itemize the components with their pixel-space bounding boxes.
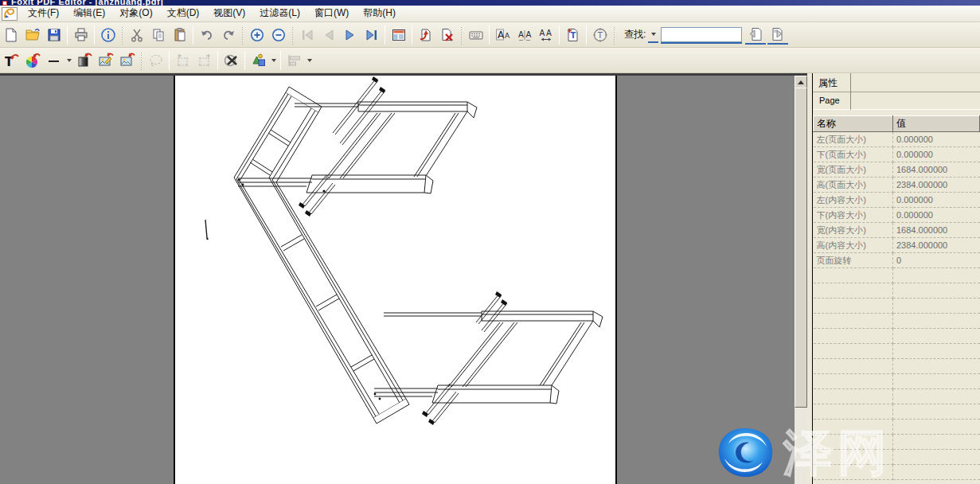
property-value[interactable]: 2384.000000 bbox=[893, 238, 980, 253]
separator bbox=[244, 51, 245, 70]
paste-button[interactable] bbox=[169, 25, 190, 45]
property-value[interactable]: 0.000000 bbox=[893, 132, 980, 147]
properties-title: 属性 bbox=[813, 73, 851, 92]
text-mode-button[interactable]: T bbox=[589, 25, 611, 45]
column-header-value[interactable]: 值 bbox=[893, 116, 980, 132]
separator bbox=[280, 51, 281, 70]
align-type-dropdown[interactable] bbox=[305, 50, 314, 71]
copy-button[interactable] bbox=[147, 25, 169, 45]
page-thumbnail-panel-button[interactable] bbox=[388, 25, 409, 45]
add-shape-button[interactable] bbox=[248, 50, 269, 71]
property-value[interactable]: 0 bbox=[893, 253, 980, 268]
zoom-in-button[interactable] bbox=[246, 25, 267, 45]
shape-type-dropdown[interactable] bbox=[269, 50, 278, 71]
add-line-button[interactable] bbox=[43, 50, 64, 71]
tab-page[interactable]: Page bbox=[813, 92, 851, 110]
pdf-page[interactable] bbox=[174, 76, 617, 484]
add-shading-button[interactable] bbox=[73, 50, 95, 71]
property-row[interactable]: 页面旋转 0 bbox=[814, 253, 980, 268]
menu-document[interactable]: 文档(D) bbox=[160, 5, 207, 22]
property-value[interactable]: 1684.000000 bbox=[893, 223, 980, 238]
first-page-button[interactable] bbox=[296, 25, 318, 45]
add-text-object-button[interactable]: T bbox=[562, 25, 584, 45]
soft-keyboard-button[interactable] bbox=[465, 25, 486, 45]
new-document-button[interactable] bbox=[0, 25, 21, 45]
last-page-button[interactable] bbox=[361, 25, 382, 45]
add-image-button[interactable] bbox=[116, 50, 138, 71]
toolbar-grip[interactable] bbox=[291, 25, 294, 45]
char-width-button[interactable]: AA bbox=[535, 25, 556, 45]
menu-object[interactable]: 对象(O) bbox=[112, 5, 159, 22]
find-next-button[interactable] bbox=[767, 25, 788, 45]
align-objects-button[interactable] bbox=[283, 50, 305, 71]
property-row[interactable]: 宽(页面大小) 1684.000000 bbox=[814, 162, 980, 178]
property-row[interactable]: 左(页面大小) 0.000000 bbox=[814, 132, 980, 147]
char-spacing-button[interactable]: AA bbox=[513, 25, 535, 45]
property-row[interactable]: 高(内容大小) 2384.000000 bbox=[814, 238, 980, 253]
property-value[interactable]: 0.000000 bbox=[893, 208, 980, 223]
property-row[interactable]: 下(页面大小) 0.000000 bbox=[814, 147, 980, 162]
vertical-scrollbar[interactable] bbox=[795, 76, 807, 484]
font-size-button[interactable]: AA bbox=[492, 25, 513, 45]
print-button[interactable] bbox=[70, 25, 92, 45]
toolbar-grip[interactable] bbox=[121, 25, 123, 45]
delete-object-button[interactable] bbox=[221, 50, 242, 71]
delete-page-button[interactable] bbox=[436, 25, 458, 45]
document-canvas[interactable] bbox=[0, 73, 795, 484]
separator bbox=[169, 51, 170, 70]
undo-button[interactable] bbox=[196, 25, 217, 45]
separator bbox=[559, 25, 560, 45]
menu-edit[interactable]: 编辑(E) bbox=[66, 5, 112, 22]
find-next-icon bbox=[770, 26, 786, 42]
menu-filter[interactable]: 过滤器(L) bbox=[252, 5, 307, 22]
svg-text:A: A bbox=[539, 29, 545, 37]
open-file-button[interactable] bbox=[21, 25, 43, 45]
property-row[interactable]: 左(内容大小) 0.000000 bbox=[814, 193, 980, 208]
property-row[interactable]: 高(页面大小) 2384.000000 bbox=[814, 178, 980, 193]
edit-image-button[interactable] bbox=[95, 50, 116, 71]
property-value[interactable]: 1684.000000 bbox=[893, 162, 980, 178]
save-button[interactable] bbox=[43, 25, 64, 45]
property-name: 页面旋转 bbox=[814, 253, 893, 268]
find-prev-button[interactable] bbox=[745, 25, 766, 45]
redo-button[interactable] bbox=[217, 25, 239, 45]
document-info-button[interactable] bbox=[97, 25, 119, 45]
cut-button[interactable] bbox=[126, 25, 147, 45]
add-text-button[interactable]: T bbox=[0, 50, 21, 71]
line-style-dropdown[interactable] bbox=[64, 50, 73, 71]
toolbar-grip[interactable] bbox=[140, 51, 143, 70]
property-name: 宽(内容大小) bbox=[814, 223, 893, 238]
column-header-name[interactable]: 名称 bbox=[814, 116, 893, 132]
find-history-dropdown[interactable] bbox=[648, 27, 658, 43]
document-window-icon[interactable] bbox=[2, 7, 18, 21]
property-value[interactable]: 2384.000000 bbox=[893, 178, 980, 193]
open-folder-icon bbox=[25, 27, 41, 43]
prev-page-icon bbox=[321, 27, 337, 43]
transform-right-button[interactable] bbox=[193, 50, 215, 71]
transform-left-button[interactable] bbox=[172, 50, 193, 71]
property-row[interactable]: 下(内容大小) 0.000000 bbox=[814, 208, 980, 223]
prev-page-button[interactable] bbox=[318, 25, 339, 45]
next-page-button[interactable] bbox=[339, 25, 361, 45]
scroll-up-button[interactable] bbox=[795, 76, 807, 88]
property-value[interactable]: 0.000000 bbox=[893, 193, 980, 208]
lasso-select-button[interactable] bbox=[145, 50, 166, 71]
empty-row bbox=[814, 435, 980, 450]
menu-window[interactable]: 窗口(W) bbox=[307, 5, 356, 22]
menu-help[interactable]: 帮助(H) bbox=[356, 5, 403, 22]
empty-row bbox=[814, 329, 980, 344]
scrollbar-thumb[interactable] bbox=[795, 88, 807, 408]
add-color-button[interactable] bbox=[21, 50, 43, 71]
menu-bar: 文件(F) 编辑(E) 对象(O) 文档(D) 视图(V) 过滤器(L) 窗口(… bbox=[0, 6, 980, 22]
toolbar-grip[interactable] bbox=[241, 25, 244, 45]
import-page-button[interactable] bbox=[415, 25, 436, 45]
menu-view[interactable]: 视图(V) bbox=[206, 5, 252, 22]
property-row[interactable]: 宽(内容大小) 1684.000000 bbox=[814, 223, 980, 238]
find-input[interactable] bbox=[661, 27, 742, 42]
menu-file[interactable]: 文件(F) bbox=[21, 5, 66, 22]
zoom-out-button[interactable] bbox=[267, 25, 289, 45]
toolbar-grip[interactable] bbox=[460, 25, 463, 45]
property-value[interactable]: 0.000000 bbox=[893, 147, 980, 162]
toolbar-grip[interactable] bbox=[613, 25, 615, 45]
empty-row bbox=[814, 314, 980, 329]
